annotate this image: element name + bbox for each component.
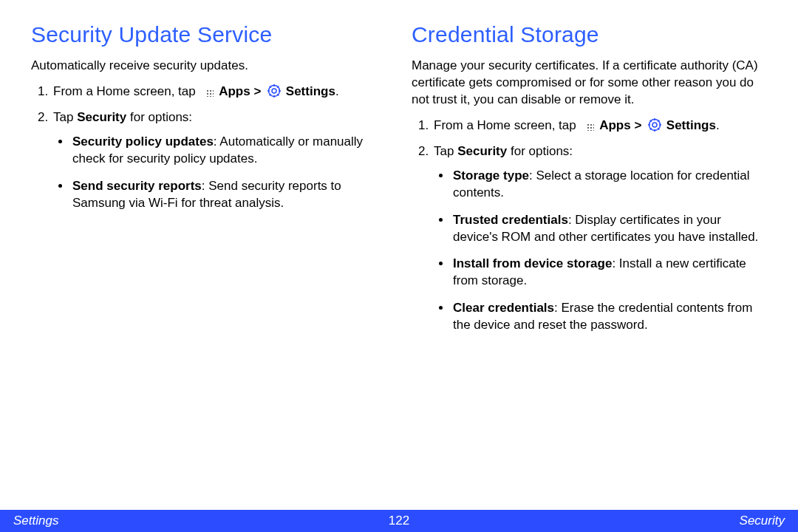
svg-point-1 xyxy=(272,89,276,93)
step1-pre: From a Home screen, tap xyxy=(434,118,579,132)
bullet-title: Send security reports xyxy=(72,179,202,193)
step1-post: . xyxy=(335,84,339,98)
footer-right: Security xyxy=(740,514,785,528)
bullets-left: Security policy updates: Automatically o… xyxy=(53,134,386,212)
bullet-title: Security policy updates xyxy=(72,134,214,149)
heading-security-update: Security Update Service xyxy=(31,22,386,47)
apps-label: Apps xyxy=(599,118,631,132)
settings-gear-icon xyxy=(648,118,661,132)
bullet-trusted-credentials: Trusted credentials: Display certificate… xyxy=(451,212,767,246)
step2-post: for options: xyxy=(507,144,573,158)
gt-sep: > xyxy=(250,84,265,98)
page-footer: Settings 122 Security xyxy=(0,510,798,532)
step1-pre: From a Home screen, tap xyxy=(53,84,199,98)
settings-label: Settings xyxy=(286,84,335,98)
bullet-send-reports: Send security reports: Send security rep… xyxy=(71,178,386,212)
step2-bold: Security xyxy=(77,110,126,124)
bullet-title: Trusted credentials xyxy=(453,213,568,227)
apps-grid-icon xyxy=(581,117,594,131)
steps-right: From a Home screen, tap Apps > Settings.… xyxy=(412,117,767,334)
bullet-install-from-storage: Install from device storage: Install a n… xyxy=(451,256,767,290)
apps-grid-icon xyxy=(200,83,214,97)
heading-credential-storage: Credential Storage xyxy=(412,22,767,47)
svg-point-11 xyxy=(652,123,657,127)
apps-label: Apps xyxy=(219,84,250,98)
settings-gear-icon xyxy=(267,84,281,98)
gt-sep: > xyxy=(631,118,645,132)
bullets-right: Storage type: Select a storage location … xyxy=(434,168,767,335)
bullet-title: Install from device storage xyxy=(453,256,612,270)
bullet-storage-type: Storage type: Select a storage location … xyxy=(451,168,767,202)
step-2-right: Tap Security for options: Storage type: … xyxy=(432,143,767,334)
intro-right: Manage your security certificates. If a … xyxy=(412,58,767,109)
manual-page: Security Update Service Automatically re… xyxy=(0,0,798,532)
steps-left: From a Home screen, tap Apps > Settings.… xyxy=(31,83,386,212)
content-columns: Security Update Service Automatically re… xyxy=(0,0,798,344)
step1-post: . xyxy=(716,118,720,132)
footer-left: Settings xyxy=(13,514,58,528)
step-2-left: Tap Security for options: Security polic… xyxy=(52,109,386,212)
bullet-title: Clear credentials xyxy=(453,301,554,315)
step2-pre: Tap xyxy=(434,144,457,158)
step2-post: for options: xyxy=(126,110,192,124)
right-column: Credential Storage Manage your security … xyxy=(412,22,767,344)
bullet-title: Storage type xyxy=(453,168,529,183)
bullet-security-policy: Security policy updates: Automatically o… xyxy=(71,134,386,168)
step2-pre: Tap xyxy=(53,110,77,124)
footer-page-number: 122 xyxy=(389,514,409,528)
step-1-left: From a Home screen, tap Apps > Settings. xyxy=(52,83,386,100)
step2-bold: Security xyxy=(457,144,507,158)
settings-label: Settings xyxy=(666,118,716,132)
bullet-clear-credentials: Clear credentials: Erase the credential … xyxy=(451,300,767,334)
step-1-right: From a Home screen, tap Apps > Settings. xyxy=(432,117,767,134)
intro-left: Automatically receive security updates. xyxy=(31,58,386,75)
left-column: Security Update Service Automatically re… xyxy=(31,22,386,344)
